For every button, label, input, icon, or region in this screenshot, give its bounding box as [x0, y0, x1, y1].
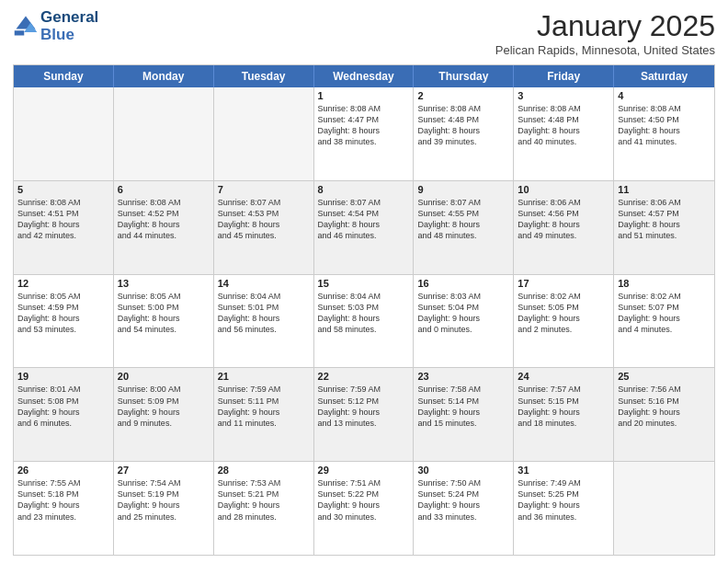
day-number: 1 [318, 90, 410, 101]
cal-cell: 17Sunrise: 8:02 AMSunset: 5:05 PMDayligh… [514, 275, 614, 368]
day-number: 20 [118, 371, 210, 382]
cell-info: Sunrise: 8:08 AMSunset: 4:50 PMDaylight:… [618, 103, 711, 148]
day-number: 28 [218, 465, 310, 476]
cal-cell: 14Sunrise: 8:04 AMSunset: 5:01 PMDayligh… [214, 275, 314, 368]
day-number: 18 [618, 278, 711, 289]
day-number: 30 [417, 465, 509, 476]
calendar-header: SundayMondayTuesdayWednesdayThursdayFrid… [14, 65, 714, 87]
cal-cell: 28Sunrise: 7:53 AMSunset: 5:21 PMDayligh… [214, 462, 314, 555]
header-day-tuesday: Tuesday [214, 65, 314, 87]
cell-info: Sunrise: 7:58 AMSunset: 5:14 PMDaylight:… [417, 384, 509, 429]
cal-cell [114, 87, 214, 180]
cell-info: Sunrise: 7:57 AMSunset: 5:15 PMDaylight:… [518, 384, 609, 429]
header-day-thursday: Thursday [414, 65, 514, 87]
cal-cell: 1Sunrise: 8:08 AMSunset: 4:47 PMDaylight… [314, 87, 415, 180]
cell-info: Sunrise: 8:07 AMSunset: 4:55 PMDaylight:… [417, 197, 509, 242]
cal-cell: 11Sunrise: 8:06 AMSunset: 4:57 PMDayligh… [614, 181, 714, 274]
cell-info: Sunrise: 8:02 AMSunset: 5:07 PMDaylight:… [618, 291, 711, 336]
day-number: 17 [518, 278, 609, 289]
logo-line2: Blue [40, 27, 98, 44]
cal-cell: 26Sunrise: 7:55 AMSunset: 5:18 PMDayligh… [14, 462, 114, 555]
header-day-wednesday: Wednesday [314, 65, 415, 87]
cal-week-2: 5Sunrise: 8:08 AMSunset: 4:51 PMDaylight… [14, 180, 714, 274]
cal-cell: 20Sunrise: 8:00 AMSunset: 5:09 PMDayligh… [114, 368, 214, 461]
cal-week-3: 12Sunrise: 8:05 AMSunset: 4:59 PMDayligh… [14, 274, 714, 368]
cal-cell: 10Sunrise: 8:06 AMSunset: 4:56 PMDayligh… [514, 181, 614, 274]
cal-cell: 8Sunrise: 8:07 AMSunset: 4:54 PMDaylight… [314, 181, 415, 274]
day-number: 19 [17, 371, 109, 382]
cal-week-4: 19Sunrise: 8:01 AMSunset: 5:08 PMDayligh… [14, 367, 714, 461]
cell-info: Sunrise: 8:03 AMSunset: 5:04 PMDaylight:… [417, 291, 509, 336]
location: Pelican Rapids, Minnesota, United States [495, 43, 715, 57]
day-number: 4 [618, 90, 711, 101]
header-day-saturday: Saturday [614, 65, 714, 87]
cell-info: Sunrise: 7:50 AMSunset: 5:24 PMDaylight:… [417, 477, 509, 523]
cal-cell: 22Sunrise: 7:59 AMSunset: 5:12 PMDayligh… [314, 368, 415, 461]
cell-info: Sunrise: 8:04 AMSunset: 5:01 PMDaylight:… [218, 291, 310, 336]
cal-cell: 3Sunrise: 8:08 AMSunset: 4:48 PMDaylight… [514, 87, 614, 180]
cal-cell [214, 87, 314, 180]
cell-info: Sunrise: 8:01 AMSunset: 5:08 PMDaylight:… [17, 384, 109, 429]
cal-cell: 21Sunrise: 7:59 AMSunset: 5:11 PMDayligh… [214, 368, 314, 461]
cal-cell: 23Sunrise: 7:58 AMSunset: 5:14 PMDayligh… [414, 368, 514, 461]
month-title: January 2025 [495, 9, 715, 43]
cell-info: Sunrise: 7:56 AMSunset: 5:16 PMDaylight:… [618, 384, 711, 429]
day-number: 9 [417, 184, 509, 195]
day-number: 27 [118, 465, 210, 476]
day-number: 29 [318, 465, 410, 476]
cell-info: Sunrise: 8:08 AMSunset: 4:51 PMDaylight:… [17, 197, 109, 242]
header: General Blue January 2025 Pelican Rapids… [13, 9, 715, 57]
cell-info: Sunrise: 8:04 AMSunset: 5:03 PMDaylight:… [318, 291, 410, 336]
logo-line1: General [40, 9, 98, 27]
header-day-monday: Monday [114, 65, 214, 87]
day-number: 5 [17, 184, 109, 195]
day-number: 31 [518, 465, 609, 476]
header-day-friday: Friday [514, 65, 614, 87]
cal-cell [614, 462, 714, 555]
day-number: 24 [518, 371, 609, 382]
cell-info: Sunrise: 7:59 AMSunset: 5:12 PMDaylight:… [318, 384, 410, 429]
day-number: 11 [618, 184, 711, 195]
cell-info: Sunrise: 8:06 AMSunset: 4:57 PMDaylight:… [618, 197, 711, 242]
cal-cell: 5Sunrise: 8:08 AMSunset: 4:51 PMDaylight… [14, 181, 114, 274]
day-number: 13 [118, 278, 210, 289]
title-block: January 2025 Pelican Rapids, Minnesota, … [495, 9, 715, 57]
cal-cell: 29Sunrise: 7:51 AMSunset: 5:22 PMDayligh… [314, 462, 415, 555]
day-number: 14 [218, 278, 310, 289]
cell-info: Sunrise: 7:54 AMSunset: 5:19 PMDaylight:… [118, 477, 210, 523]
day-number: 26 [17, 465, 109, 476]
day-number: 16 [417, 278, 509, 289]
day-number: 8 [318, 184, 410, 195]
cell-info: Sunrise: 8:05 AMSunset: 5:00 PMDaylight:… [118, 291, 210, 336]
cell-info: Sunrise: 7:53 AMSunset: 5:21 PMDaylight:… [218, 477, 310, 523]
day-number: 12 [17, 278, 109, 289]
cell-info: Sunrise: 8:08 AMSunset: 4:48 PMDaylight:… [417, 103, 509, 148]
cell-info: Sunrise: 8:07 AMSunset: 4:53 PMDaylight:… [218, 197, 310, 242]
day-number: 25 [618, 371, 711, 382]
cell-info: Sunrise: 8:06 AMSunset: 4:56 PMDaylight:… [518, 197, 609, 242]
cal-cell: 30Sunrise: 7:50 AMSunset: 5:24 PMDayligh… [414, 462, 514, 555]
logo: General Blue [13, 9, 98, 43]
cal-cell: 12Sunrise: 8:05 AMSunset: 4:59 PMDayligh… [14, 275, 114, 368]
day-number: 6 [118, 184, 210, 195]
cal-cell: 7Sunrise: 8:07 AMSunset: 4:53 PMDaylight… [214, 181, 314, 274]
cal-cell: 16Sunrise: 8:03 AMSunset: 5:04 PMDayligh… [414, 275, 514, 368]
cal-cell: 15Sunrise: 8:04 AMSunset: 5:03 PMDayligh… [314, 275, 415, 368]
cal-cell: 24Sunrise: 7:57 AMSunset: 5:15 PMDayligh… [514, 368, 614, 461]
cal-cell: 18Sunrise: 8:02 AMSunset: 5:07 PMDayligh… [614, 275, 714, 368]
cal-cell: 31Sunrise: 7:49 AMSunset: 5:25 PMDayligh… [514, 462, 614, 555]
cell-info: Sunrise: 8:07 AMSunset: 4:54 PMDaylight:… [318, 197, 410, 242]
day-number: 2 [417, 90, 509, 101]
cal-cell: 25Sunrise: 7:56 AMSunset: 5:16 PMDayligh… [614, 368, 714, 461]
cell-info: Sunrise: 7:51 AMSunset: 5:22 PMDaylight:… [318, 477, 410, 523]
day-number: 21 [218, 371, 310, 382]
cal-cell: 6Sunrise: 8:08 AMSunset: 4:52 PMDaylight… [114, 181, 214, 274]
cell-info: Sunrise: 8:08 AMSunset: 4:48 PMDaylight:… [518, 103, 609, 148]
cal-cell: 13Sunrise: 8:05 AMSunset: 5:00 PMDayligh… [114, 275, 214, 368]
cal-cell: 19Sunrise: 8:01 AMSunset: 5:08 PMDayligh… [14, 368, 114, 461]
logo-icon [13, 13, 39, 39]
cell-info: Sunrise: 7:49 AMSunset: 5:25 PMDaylight:… [518, 477, 609, 523]
logo-text: General Blue [40, 9, 98, 43]
cal-week-5: 26Sunrise: 7:55 AMSunset: 5:18 PMDayligh… [14, 461, 714, 555]
cell-info: Sunrise: 8:00 AMSunset: 5:09 PMDaylight:… [118, 384, 210, 429]
